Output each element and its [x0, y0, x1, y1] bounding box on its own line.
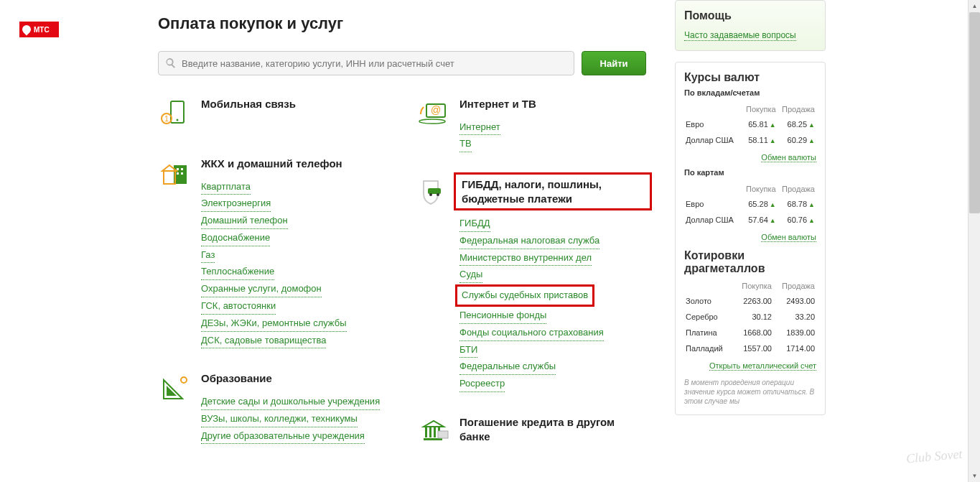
link-fns[interactable]: Федеральная налоговая служба — [459, 233, 599, 249]
watermark: Club Sovet — [905, 447, 963, 467]
main-content: Оплата покупок и услуг Найти 1 Мобильная… — [158, 14, 646, 475]
rate-row: Серебро30.1233.20 — [686, 310, 815, 324]
rate-row: Палладий1557.001714.00 — [686, 341, 815, 356]
metals-table: ПокупкаПродажа Золото2263.002493.00 Сере… — [684, 278, 816, 357]
arrow-up-icon: ▲ — [808, 201, 815, 208]
sidebar: Помощь Часто задаваемые вопросы Курсы ва… — [675, 0, 826, 426]
rate-row: Доллар США57.64▲60.76▲ — [686, 213, 815, 227]
category-internet: @ Интернет и ТВ Интернет ТВ — [416, 97, 646, 154]
link-dsk[interactable]: ДСК, садовые товарищества — [201, 333, 326, 349]
svg-point-13 — [181, 377, 187, 383]
svg-rect-22 — [429, 427, 431, 437]
arrow-up-icon: ▲ — [770, 201, 776, 208]
col-buy: Покупка — [742, 182, 775, 195]
category-title[interactable]: Интернет и ТВ — [459, 97, 646, 111]
category-links: Интернет ТВ — [459, 120, 646, 153]
link-tv[interactable]: ТВ — [459, 136, 472, 152]
arrow-up-icon: ▲ — [770, 217, 776, 224]
mobile-icon: 1 — [158, 97, 201, 135]
search-input[interactable] — [182, 58, 566, 69]
link-bti[interactable]: БТИ — [459, 343, 477, 358]
link-water[interactable]: Водоснабжение — [201, 231, 270, 246]
deposits-table: ПокупкаПродажа Евро65.81▲68.25▲ Доллар С… — [684, 101, 816, 149]
svg-rect-17 — [428, 188, 441, 194]
link-gibdd[interactable]: ГИБДД — [459, 216, 490, 232]
category-links: Квартплата Электроэнергия Домашний телеф… — [201, 180, 388, 349]
col-sell: Продажа — [778, 103, 815, 116]
svg-rect-5 — [177, 168, 179, 170]
category-title[interactable]: ГИБДД, налоги, пошлины, бюджетные платеж… — [462, 177, 644, 205]
arrow-up-icon: ▲ — [770, 121, 776, 129]
arrow-up-icon: ▲ — [808, 121, 815, 129]
link-federal[interactable]: Федеральные службы — [459, 359, 556, 375]
arrow-up-icon: ▲ — [808, 137, 815, 144]
rates-subtitle: По вкладам/счетам — [684, 88, 816, 97]
rate-row: Евро65.81▲68.25▲ — [686, 117, 815, 131]
category-links: ГИБДД Федеральная налоговая служба Минис… — [459, 216, 646, 392]
exchange-link[interactable]: Обмен валюты — [761, 233, 816, 242]
arrow-up-icon: ▲ — [808, 217, 815, 224]
faq-link[interactable]: Часто задаваемые вопросы — [684, 30, 796, 41]
rate-row: Платина1668.001839.00 — [686, 325, 815, 340]
link-kvartplata[interactable]: Квартплата — [201, 180, 251, 195]
svg-rect-9 — [164, 171, 175, 184]
rate-row: Золото2263.002493.00 — [686, 294, 815, 308]
link-security[interactable]: Охранные услуги, домофон — [201, 282, 322, 297]
exchange-link[interactable]: Обмен валюты — [761, 153, 816, 162]
link-rosreestr[interactable]: Росреестр — [459, 376, 505, 392]
link-parking[interactable]: ГСК, автостоянки — [201, 299, 276, 315]
link-phone[interactable]: Домашний телефон — [201, 213, 288, 229]
col-sell: Продажа — [773, 279, 815, 292]
category-credit: Погашение кредита в другом банке — [416, 415, 646, 453]
svg-point-16 — [419, 119, 445, 124]
link-gas[interactable]: Газ — [201, 248, 215, 264]
link-electro[interactable]: Электроэнергия — [201, 196, 271, 212]
link-heat[interactable]: Теплоснабжение — [201, 264, 274, 280]
search-box[interactable] — [158, 51, 574, 75]
rates-panel: Курсы валют По вкладам/счетам ПокупкаПро… — [675, 62, 826, 415]
scroll-up-icon[interactable]: ▲ — [969, 0, 980, 12]
col-buy: Покупка — [742, 103, 775, 116]
svg-marker-11 — [164, 380, 182, 399]
svg-rect-21 — [425, 427, 427, 437]
link-schools[interactable]: ВУЗы, школы, колледжи, техникумы — [201, 412, 358, 427]
link-social[interactable]: Фонды социального страхования — [459, 325, 604, 341]
svg-rect-8 — [181, 172, 183, 175]
bank-icon — [416, 415, 459, 453]
link-pristavy-highlighted[interactable]: Службы судебных приставов — [455, 284, 594, 307]
scroll-down-icon[interactable]: ▼ — [969, 470, 980, 482]
link-pension[interactable]: Пенсионные фонды — [459, 308, 546, 324]
svg-text:@: @ — [431, 104, 441, 116]
footnote: В момент проведения операции значение ку… — [684, 378, 816, 406]
category-zkh: ЖКХ и домашний телефон Квартплата Электр… — [158, 157, 388, 350]
svg-rect-23 — [434, 427, 436, 437]
link-dez[interactable]: ДЕЗы, ЖЭКи, ремонтные службы — [201, 316, 347, 332]
link-mvd[interactable]: Министерство внутренних дел — [459, 251, 592, 267]
category-title[interactable]: ЖКХ и домашний телефон — [201, 157, 388, 171]
category-title[interactable]: Погашение кредита в другом банке — [459, 415, 646, 443]
category-title[interactable]: Образование — [201, 371, 388, 386]
metal-account-link[interactable]: Открыть металлический счет — [709, 361, 816, 371]
category-mobile: 1 Мобильная связь — [158, 97, 388, 135]
svg-marker-20 — [424, 421, 444, 427]
scroll-thumb[interactable] — [969, 12, 980, 213]
link-internet[interactable]: Интернет — [459, 120, 500, 136]
category-links: Детские сады и дошкольные учреждения ВУЗ… — [201, 394, 388, 444]
col-sell: Продажа — [778, 182, 815, 195]
category-title[interactable]: Мобильная связь — [201, 97, 388, 111]
link-kindergarten[interactable]: Детские сады и дошкольные учреждения — [201, 394, 380, 410]
link-other-edu[interactable]: Другие образовательные учреждения — [201, 429, 365, 445]
svg-rect-26 — [438, 431, 448, 438]
link-courts[interactable]: Суды — [459, 267, 482, 283]
find-button[interactable]: Найти — [582, 51, 646, 75]
shield-car-icon — [416, 175, 459, 394]
svg-text:1: 1 — [164, 115, 169, 123]
category-gibdd: ГИБДД, налоги, пошлины, бюджетные платеж… — [416, 175, 646, 394]
cards-table: ПокупкаПродажа Евро65.28▲68.78▲ Доллар С… — [684, 181, 816, 228]
svg-point-19 — [437, 193, 439, 196]
scrollbar[interactable]: ▲ ▼ — [968, 0, 980, 482]
rates-title: Курсы валют — [684, 71, 816, 84]
page-title: Оплата покупок и услуг — [158, 14, 646, 33]
search-icon — [166, 58, 176, 68]
rate-row: Евро65.28▲68.78▲ — [686, 197, 815, 211]
